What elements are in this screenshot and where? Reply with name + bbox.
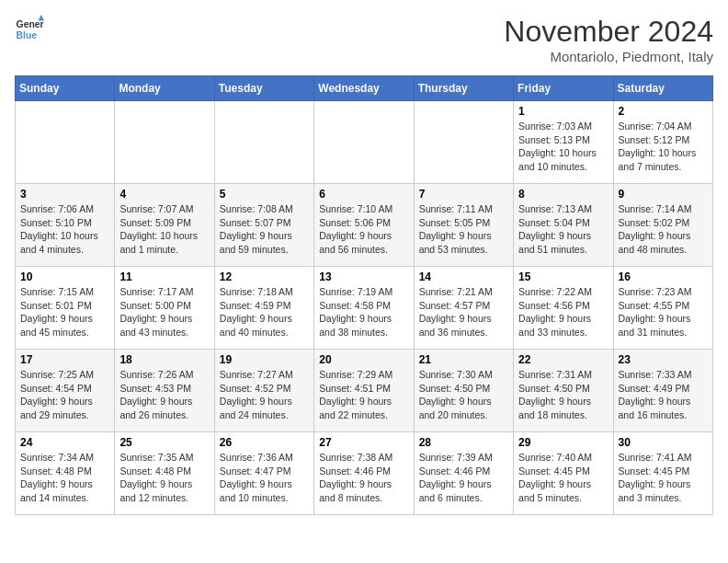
location: Montariolo, Piedmont, Italy	[504, 49, 713, 64]
calendar-cell: 19Sunrise: 7:27 AMSunset: 4:52 PMDayligh…	[214, 350, 313, 432]
day-info: Sunrise: 7:15 AMSunset: 5:01 PMDaylight:…	[20, 285, 109, 339]
day-info: Sunrise: 7:26 AMSunset: 4:53 PMDaylight:…	[119, 368, 209, 422]
day-number: 26	[220, 436, 309, 449]
day-info: Sunrise: 7:03 AMSunset: 5:13 PMDaylight:…	[518, 120, 608, 174]
calendar-cell	[16, 101, 115, 184]
day-number: 12	[220, 270, 309, 283]
day-number: 27	[319, 436, 408, 449]
logo: General Blue	[15, 15, 44, 44]
day-number: 13	[319, 270, 408, 283]
calendar-cell: 22Sunrise: 7:31 AMSunset: 4:50 PMDayligh…	[514, 350, 613, 432]
day-number: 29	[518, 436, 608, 449]
calendar-cell: 1Sunrise: 7:03 AMSunset: 5:13 PMDaylight…	[514, 101, 613, 184]
calendar-cell: 12Sunrise: 7:18 AMSunset: 4:59 PMDayligh…	[214, 267, 313, 350]
day-info: Sunrise: 7:40 AMSunset: 4:45 PMDaylight:…	[518, 451, 608, 505]
calendar-table: SundayMondayTuesdayWednesdayThursdayFrid…	[15, 75, 713, 515]
day-info: Sunrise: 7:10 AMSunset: 5:06 PMDaylight:…	[319, 202, 408, 257]
day-info: Sunrise: 7:41 AMSunset: 4:45 PMDaylight:…	[619, 451, 708, 505]
day-number: 6	[319, 188, 408, 201]
day-number: 10	[20, 270, 109, 283]
day-number: 21	[419, 353, 508, 366]
day-number: 18	[119, 353, 209, 366]
calendar-cell	[214, 101, 313, 184]
day-info: Sunrise: 7:11 AMSunset: 5:05 PMDaylight:…	[419, 202, 508, 257]
calendar-cell: 10Sunrise: 7:15 AMSunset: 5:01 PMDayligh…	[16, 267, 115, 350]
calendar-cell: 7Sunrise: 7:11 AMSunset: 5:05 PMDaylight…	[414, 184, 513, 267]
day-info: Sunrise: 7:22 AMSunset: 4:56 PMDaylight:…	[518, 285, 608, 339]
day-info: Sunrise: 7:27 AMSunset: 4:52 PMDaylight:…	[220, 368, 309, 422]
day-info: Sunrise: 7:17 AMSunset: 5:00 PMDaylight:…	[119, 285, 209, 339]
day-info: Sunrise: 7:07 AMSunset: 5:09 PMDaylight:…	[119, 202, 209, 257]
day-number: 3	[20, 188, 109, 201]
day-info: Sunrise: 7:30 AMSunset: 4:50 PMDaylight:…	[419, 368, 508, 422]
month-title: November 2024	[504, 15, 713, 49]
day-number: 20	[319, 353, 408, 366]
weekday-header-sunday: Sunday	[16, 76, 115, 101]
calendar-cell: 13Sunrise: 7:19 AMSunset: 4:58 PMDayligh…	[314, 267, 414, 350]
day-number: 8	[518, 188, 608, 201]
calendar-cell: 24Sunrise: 7:34 AMSunset: 4:48 PMDayligh…	[16, 432, 115, 515]
calendar-cell	[314, 101, 414, 184]
day-info: Sunrise: 7:38 AMSunset: 4:46 PMDaylight:…	[319, 451, 408, 505]
calendar-week-2: 3Sunrise: 7:06 AMSunset: 5:10 PMDaylight…	[16, 184, 713, 267]
calendar-week-4: 17Sunrise: 7:25 AMSunset: 4:54 PMDayligh…	[16, 350, 713, 432]
svg-text:General: General	[17, 19, 44, 29]
calendar-cell: 3Sunrise: 7:06 AMSunset: 5:10 PMDaylight…	[16, 184, 115, 267]
weekday-header-wednesday: Wednesday	[314, 76, 414, 101]
calendar-cell	[115, 101, 214, 184]
calendar-cell: 25Sunrise: 7:35 AMSunset: 4:48 PMDayligh…	[115, 432, 214, 515]
calendar-cell: 16Sunrise: 7:23 AMSunset: 4:55 PMDayligh…	[613, 267, 712, 350]
logo-icon: General Blue	[15, 15, 44, 44]
day-number: 28	[419, 436, 508, 449]
calendar-cell: 21Sunrise: 7:30 AMSunset: 4:50 PMDayligh…	[414, 350, 513, 432]
day-number: 24	[20, 436, 109, 449]
calendar-cell: 9Sunrise: 7:14 AMSunset: 5:02 PMDaylight…	[613, 184, 712, 267]
day-info: Sunrise: 7:34 AMSunset: 4:48 PMDaylight:…	[20, 451, 109, 505]
day-info: Sunrise: 7:35 AMSunset: 4:48 PMDaylight:…	[119, 451, 209, 505]
calendar-cell: 17Sunrise: 7:25 AMSunset: 4:54 PMDayligh…	[16, 350, 115, 432]
weekday-header-friday: Friday	[514, 76, 613, 101]
calendar-cell: 30Sunrise: 7:41 AMSunset: 4:45 PMDayligh…	[613, 432, 712, 515]
page-header: General Blue November 2024 Montariolo, P…	[15, 15, 713, 64]
day-number: 23	[619, 353, 708, 366]
title-block: November 2024 Montariolo, Piedmont, Ital…	[504, 15, 713, 64]
day-info: Sunrise: 7:21 AMSunset: 4:57 PMDaylight:…	[419, 285, 508, 339]
day-number: 25	[119, 436, 209, 449]
day-info: Sunrise: 7:18 AMSunset: 4:59 PMDaylight:…	[220, 285, 309, 339]
day-number: 2	[619, 105, 708, 118]
day-info: Sunrise: 7:29 AMSunset: 4:51 PMDaylight:…	[319, 368, 408, 422]
day-number: 19	[220, 353, 309, 366]
day-info: Sunrise: 7:08 AMSunset: 5:07 PMDaylight:…	[220, 202, 309, 257]
day-number: 1	[518, 105, 608, 118]
day-number: 30	[619, 436, 708, 449]
day-info: Sunrise: 7:14 AMSunset: 5:02 PMDaylight:…	[619, 202, 708, 257]
day-info: Sunrise: 7:36 AMSunset: 4:47 PMDaylight:…	[220, 451, 309, 505]
calendar-cell: 18Sunrise: 7:26 AMSunset: 4:53 PMDayligh…	[115, 350, 214, 432]
weekday-header-tuesday: Tuesday	[214, 76, 313, 101]
weekday-header-monday: Monday	[115, 76, 214, 101]
calendar-cell: 29Sunrise: 7:40 AMSunset: 4:45 PMDayligh…	[514, 432, 613, 515]
day-info: Sunrise: 7:23 AMSunset: 4:55 PMDaylight:…	[619, 285, 708, 339]
day-number: 17	[20, 353, 109, 366]
calendar-cell: 4Sunrise: 7:07 AMSunset: 5:09 PMDaylight…	[115, 184, 214, 267]
day-number: 22	[518, 353, 608, 366]
calendar-cell: 23Sunrise: 7:33 AMSunset: 4:49 PMDayligh…	[613, 350, 712, 432]
calendar-cell: 28Sunrise: 7:39 AMSunset: 4:46 PMDayligh…	[414, 432, 513, 515]
calendar-cell: 11Sunrise: 7:17 AMSunset: 5:00 PMDayligh…	[115, 267, 214, 350]
calendar-week-5: 24Sunrise: 7:34 AMSunset: 4:48 PMDayligh…	[16, 432, 713, 515]
day-number: 11	[119, 270, 209, 283]
day-number: 7	[419, 188, 508, 201]
day-info: Sunrise: 7:13 AMSunset: 5:04 PMDaylight:…	[518, 202, 608, 257]
day-number: 5	[220, 188, 309, 201]
day-number: 15	[518, 270, 608, 283]
weekday-header-saturday: Saturday	[613, 76, 712, 101]
calendar-cell	[414, 101, 513, 184]
calendar-cell: 15Sunrise: 7:22 AMSunset: 4:56 PMDayligh…	[514, 267, 613, 350]
day-info: Sunrise: 7:31 AMSunset: 4:50 PMDaylight:…	[518, 368, 608, 422]
weekday-header-thursday: Thursday	[414, 76, 513, 101]
day-info: Sunrise: 7:39 AMSunset: 4:46 PMDaylight:…	[419, 451, 508, 505]
calendar-cell: 14Sunrise: 7:21 AMSunset: 4:57 PMDayligh…	[414, 267, 513, 350]
calendar-header: SundayMondayTuesdayWednesdayThursdayFrid…	[16, 76, 713, 101]
calendar-cell: 5Sunrise: 7:08 AMSunset: 5:07 PMDaylight…	[214, 184, 313, 267]
day-info: Sunrise: 7:06 AMSunset: 5:10 PMDaylight:…	[20, 202, 109, 257]
